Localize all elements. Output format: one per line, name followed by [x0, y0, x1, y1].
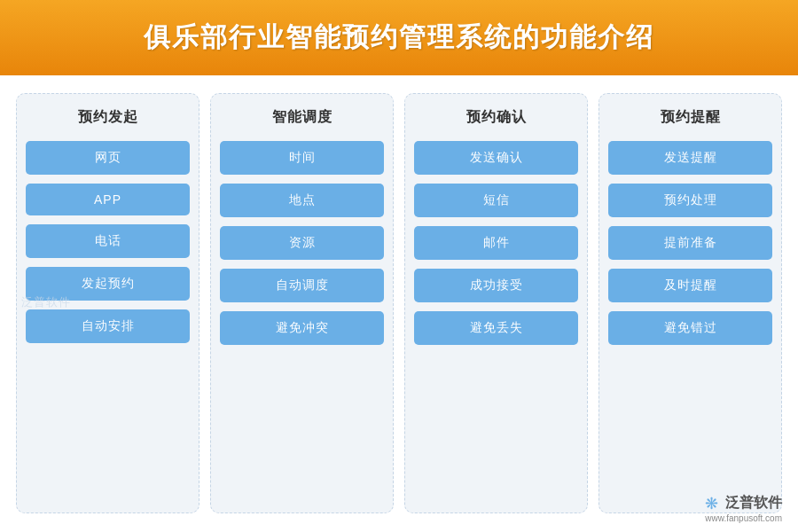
item-btn-col3-0[interactable]: 发送确认: [414, 141, 578, 175]
item-btn-col2-0[interactable]: 时间: [220, 141, 384, 175]
logo-main-line: ❋ 泛普软件: [705, 494, 781, 513]
column-title-col4: 预约提醒: [661, 108, 721, 127]
column-card-col2: 智能调度时间地点资源自动调度避免冲突: [210, 93, 394, 513]
item-btn-col3-3[interactable]: 成功接受: [414, 269, 578, 302]
item-btn-col4-4[interactable]: 避免错过: [608, 311, 772, 345]
watermark-left: 泛普软件: [21, 294, 71, 310]
logo-bottom-right: ❋ 泛普软件 www.fanpusoft.com: [705, 494, 782, 523]
content-area: 泛普软件 预约发起网页APP电话发起预约自动安排智能调度时间地点资源自动调度避免…: [0, 75, 798, 529]
item-btn-col1-0[interactable]: 网页: [26, 141, 190, 175]
column-card-col4: 预约提醒发送提醒预约处理提前准备及时提醒避免错过: [598, 93, 782, 513]
item-btn-col1-4[interactable]: 自动安排: [26, 309, 190, 343]
watermark-text: 泛普软件: [21, 295, 71, 309]
logo-main-text: 泛普软件: [725, 495, 782, 510]
item-btn-col3-4[interactable]: 避免丢失: [414, 311, 578, 345]
item-btn-col2-4[interactable]: 避免冲突: [220, 311, 384, 345]
column-title-col2: 智能调度: [272, 108, 332, 127]
main-container: 俱乐部行业智能预约管理系统的功能介绍 泛普软件 预约发起网页APP电话发起预约自…: [0, 0, 798, 532]
column-title-col3: 预约确认: [466, 108, 527, 127]
page-title: 俱乐部行业智能预约管理系统的功能介绍: [144, 22, 654, 51]
column-title-col1: 预约发起: [78, 108, 138, 127]
item-btn-col2-2[interactable]: 资源: [220, 226, 384, 260]
header-banner: 俱乐部行业智能预约管理系统的功能介绍: [0, 0, 798, 75]
item-btn-col4-2[interactable]: 提前准备: [608, 226, 772, 260]
item-btn-col2-3[interactable]: 自动调度: [220, 269, 384, 302]
item-btn-col4-1[interactable]: 预约处理: [608, 184, 772, 217]
item-btn-col1-2[interactable]: 电话: [26, 224, 190, 258]
item-btn-col1-1[interactable]: APP: [26, 184, 190, 215]
column-card-col3: 预约确认发送确认短信邮件成功接受避免丢失: [404, 93, 588, 513]
logo-sub-text: www.fanpusoft.com: [705, 513, 782, 523]
logo-icon: ❋: [705, 494, 718, 513]
item-btn-col4-0[interactable]: 发送提醒: [608, 141, 772, 175]
item-btn-col3-1[interactable]: 短信: [414, 184, 578, 217]
item-btn-col4-3[interactable]: 及时提醒: [608, 269, 772, 302]
item-btn-col3-2[interactable]: 邮件: [414, 226, 578, 260]
item-btn-col2-1[interactable]: 地点: [220, 184, 384, 217]
